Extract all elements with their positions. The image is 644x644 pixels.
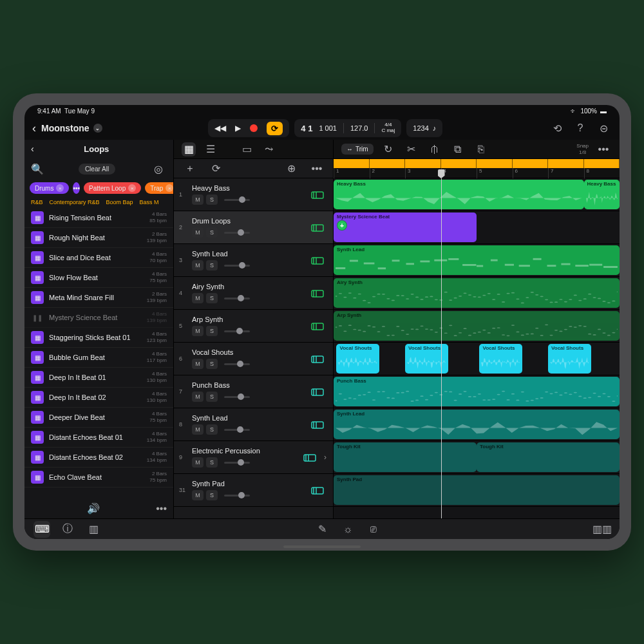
solo-button[interactable]: S (206, 392, 218, 402)
metronome-icon[interactable]: ♪ (433, 124, 437, 132)
track-header[interactable]: 8 Synth Lead M S (174, 408, 333, 441)
region-row[interactable]: Airy Synth (334, 277, 620, 310)
region[interactable]: Arp Synth (334, 311, 620, 341)
count-in[interactable]: 1234 ♪ (406, 119, 442, 137)
region-row[interactable]: Punch Bass (334, 375, 620, 408)
region[interactable]: Tough Kit (334, 442, 477, 472)
mute-button[interactable]: M (192, 490, 204, 500)
volume-slider[interactable] (224, 363, 250, 365)
volume-slider[interactable] (224, 429, 250, 431)
region[interactable]: Punch Bass (334, 377, 620, 406)
region-icon[interactable]: ▭ (240, 142, 254, 156)
region-row[interactable]: Mystery Science Beat+ (334, 211, 620, 244)
brightness-icon[interactable]: ☼ (339, 521, 356, 538)
faders-icon[interactable]: ⎚ (365, 521, 382, 538)
loop-item[interactable]: ▦ Distant Echoes Beat 01 4 Bars134 bpm (24, 428, 173, 448)
trim-tool[interactable]: ↔ Trim (341, 144, 374, 155)
track-more-icon[interactable]: ••• (308, 160, 325, 177)
loop-list[interactable]: ▦ Rising Tension Beat 4 Bars85 bpm▦ Roug… (24, 208, 173, 498)
loop-item[interactable]: ▦ Deeper Dive Beat 4 Bars75 bpm (24, 408, 173, 428)
region[interactable]: Mystery Science Beat+ (334, 213, 477, 242)
region[interactable]: Synth Lead (334, 245, 620, 275)
filter-pill[interactable]: Drums× (30, 182, 69, 194)
lcd-display[interactable]: 4 1 1 001 127.0 4/4C maj (294, 119, 401, 137)
volume-slider[interactable] (224, 462, 250, 464)
loop-item[interactable]: ▦ Meta Mind Snare Fill 2 Bars139 bpm (24, 288, 173, 308)
filter-pill[interactable]: Trap× (145, 182, 173, 194)
mute-button[interactable]: M (192, 392, 204, 402)
loop-item[interactable]: ▦ Staggering Sticks Beat 01 4 Bars123 bp… (24, 328, 173, 348)
mixer-view-icon[interactable]: ☰ (204, 142, 218, 156)
mute-button[interactable]: M (192, 424, 204, 435)
solo-button[interactable]: S (206, 490, 218, 500)
loop-item[interactable]: ▦ Deep In It Beat 01 4 Bars130 bpm (24, 368, 173, 388)
close-icon[interactable]: × (56, 184, 64, 192)
region-row[interactable]: Heavy BassHeavy Bass (334, 178, 620, 211)
filter-pill[interactable]: Pattern Loop× (84, 182, 141, 194)
info-icon[interactable]: ⓘ (59, 521, 76, 538)
loops-more-icon[interactable]: ••• (156, 503, 167, 515)
solo-button[interactable]: S (206, 293, 218, 303)
region[interactable]: Synth Pad (334, 475, 620, 505)
track-header[interactable]: 5 Arp Synth M S (174, 310, 333, 343)
region[interactable]: Synth Lead (334, 410, 620, 439)
song-dropdown-icon[interactable]: ⌄ (93, 124, 102, 133)
undo-icon[interactable]: ⟲ (549, 120, 565, 137)
close-icon[interactable]: × (166, 184, 173, 192)
solo-button[interactable]: S (206, 194, 218, 205)
loop-item[interactable]: ▦ Rough Night Beat 2 Bars139 bpm (24, 228, 173, 248)
pill-more-icon[interactable]: ••• (73, 182, 80, 194)
volume-icon[interactable]: 🔊 (31, 502, 156, 515)
solo-button[interactable]: S (206, 227, 218, 238)
copy-icon[interactable]: ⧉ (450, 141, 466, 158)
region-row[interactable]: Vocal ShoutsVocal ShoutsVocal ShoutsVoca… (334, 343, 620, 375)
region-row[interactable]: Synth Pad (334, 474, 620, 507)
loop-browser-icon[interactable]: ◎ (150, 160, 167, 177)
solo-button[interactable]: S (206, 424, 218, 435)
track-header[interactable]: 1 Heavy Bass M S (174, 178, 333, 211)
loop-item[interactable]: ▦ Slice and Dice Beat 4 Bars70 bpm (24, 248, 173, 268)
track-header[interactable]: 2 Drum Loops M S (174, 211, 333, 244)
track-header[interactable]: 31 Synth Pad M S (174, 474, 333, 507)
loops-back-icon[interactable]: ‹ (31, 144, 34, 154)
mute-button[interactable]: M (192, 194, 204, 205)
back-chevron-icon[interactable]: ‹ (32, 122, 36, 135)
region[interactable]: Airy Synth (334, 278, 620, 308)
loop-item[interactable]: ▦ Deep In It Beat 02 4 Bars130 bpm (24, 388, 173, 408)
add-region-icon[interactable]: + (337, 220, 347, 231)
mute-button[interactable]: M (192, 293, 204, 303)
rewind-button[interactable]: ◀◀ (214, 124, 226, 133)
region[interactable]: Vocal Shouts (548, 344, 591, 374)
help-icon[interactable]: ? (572, 120, 589, 137)
mute-button[interactable]: M (192, 326, 204, 336)
mute-button[interactable]: M (192, 457, 204, 468)
loop-item[interactable]: ▦ Rising Tension Beat 4 Bars85 bpm (24, 208, 173, 228)
track-header[interactable]: 7 Punch Bass M S (174, 375, 333, 408)
region[interactable]: Vocal Shouts (405, 344, 448, 374)
panels-icon[interactable]: ▥ (85, 521, 102, 538)
genre-chip[interactable]: Contemporary R&B (50, 199, 100, 205)
track-header[interactable]: 9 Electronic Percussion M S › (174, 441, 333, 474)
loop-item[interactable]: ▦ Echo Clave Beat 2 Bars75 bpm (24, 468, 173, 488)
piano-icon[interactable]: ▥▥ (594, 521, 611, 538)
volume-slider[interactable] (224, 396, 250, 398)
snap-display[interactable]: Snap1/8 (576, 143, 589, 155)
region-row[interactable]: Tough KitTough Kit (334, 441, 620, 474)
volume-slider[interactable] (224, 199, 250, 201)
cycle-button[interactable]: ⟳ (267, 122, 283, 135)
genre-chip[interactable]: Boom Bap (106, 199, 133, 205)
region[interactable]: Heavy Bass (334, 180, 584, 209)
solo-button[interactable]: S (206, 260, 218, 270)
track-header[interactable]: 6 Vocal Shouts M S (174, 343, 333, 375)
region[interactable]: Vocal Shouts (479, 344, 522, 374)
pencil-icon[interactable]: ✎ (314, 521, 330, 538)
volume-slider[interactable] (224, 330, 250, 332)
volume-slider[interactable] (224, 265, 250, 267)
solo-button[interactable]: S (206, 457, 218, 468)
close-icon[interactable]: × (128, 184, 136, 192)
add-track-button[interactable]: + (182, 160, 198, 177)
volume-slider[interactable] (224, 495, 250, 497)
loop-item[interactable]: ▦ Distant Echoes Beat 02 4 Bars134 bpm (24, 448, 173, 468)
settings-icon[interactable]: ⊝ (595, 120, 612, 137)
clear-all-button[interactable]: Clear All (79, 164, 115, 175)
